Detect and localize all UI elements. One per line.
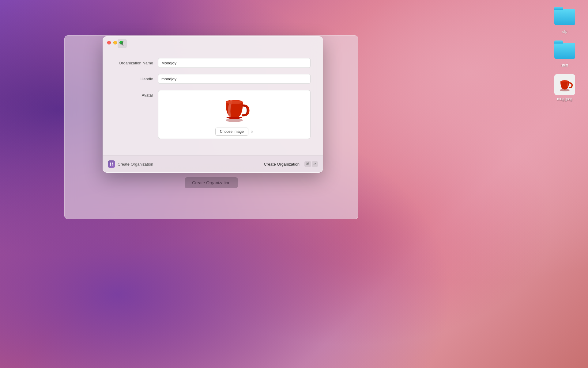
desktop-icons: ufp stuff mug.jpeg [554,6,576,101]
folder-shape-ufp [554,9,575,25]
desktop-icon-stuff[interactable]: stuff [554,40,576,67]
choose-image-button[interactable]: Choose Image [215,128,248,136]
avatar-row: Avatar [115,90,311,139]
desktop-icon-ufp[interactable]: ufp [554,6,576,34]
mug-svg-thumbnail [556,76,573,93]
avatar-mug-preview [219,93,250,124]
svg-rect-6 [112,164,113,166]
dialog-body: Organization Name Handle Avatar [103,52,323,155]
desktop-icon-label-mug: mug.jpeg [557,97,572,101]
org-name-input[interactable] [158,58,311,68]
footer-right: Create Organization ⌘ ↵ [262,161,318,168]
svg-rect-5 [110,164,111,166]
create-org-dialog: Organization Name Handle Avatar [103,36,323,173]
app-logo-icon [109,162,114,166]
desktop-icon-label-ufp: ufp [562,29,567,34]
footer-app-name: Create Organization [118,162,153,167]
mug-thumbnail [554,74,575,95]
footer-create-org-button[interactable]: Create Organization [262,161,302,168]
footer-left: Create Organization [108,160,153,168]
org-name-label: Organization Name [115,61,158,65]
folder-icon-ufp [554,6,576,28]
handle-label: Handle [115,77,158,81]
avatar-label: Avatar [115,90,158,98]
folder-icon-stuff [554,40,576,62]
enter-key: ↵ [312,161,318,167]
desktop-icon-label-stuff: stuff [561,63,568,67]
dialog-footer: Create Organization Create Organization … [103,155,323,172]
desktop-icon-mug[interactable]: mug.jpeg [554,74,576,101]
close-window-button[interactable] [107,41,111,44]
back-chevron-icon [121,41,124,46]
bg-create-org-button[interactable]: Create Organization [185,177,238,188]
org-name-row: Organization Name [115,58,311,68]
svg-point-2 [226,101,243,104]
handle-row: Handle [115,74,311,84]
folder-shape-stuff [554,43,575,59]
app-icon [108,160,115,168]
keyboard-shortcut: ⌘ ↵ [304,161,318,167]
svg-rect-3 [110,163,111,164]
svg-rect-4 [112,163,113,164]
mug-file-icon [554,74,576,96]
avatar-actions: Choose Image × [215,128,253,136]
minimize-window-button[interactable] [113,41,117,44]
back-button[interactable] [118,39,127,48]
handle-input[interactable] [158,74,311,84]
cmd-key: ⌘ [304,161,311,167]
avatar-box: Choose Image × [158,90,311,139]
clear-avatar-button[interactable]: × [251,129,253,134]
